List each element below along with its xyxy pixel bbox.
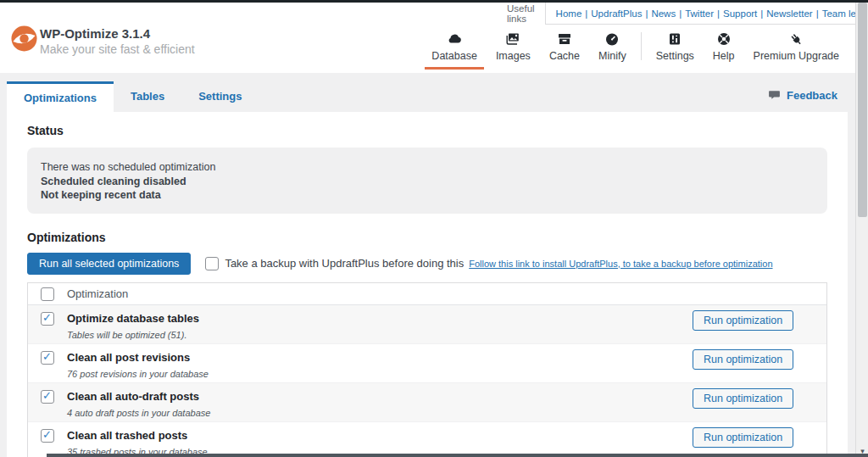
- table-header-row: Optimization: [28, 283, 826, 305]
- tab-optimizations[interactable]: Optimizations: [7, 81, 114, 112]
- plug-icon: [754, 31, 839, 47]
- optimization-note: 4 auto draft posts in your database: [67, 408, 693, 418]
- optimization-title: Clean all trashed posts: [67, 429, 693, 442]
- archive-icon: [549, 31, 580, 47]
- vertical-scrollbar[interactable]: ▾: [855, 0, 868, 457]
- link-separator: |: [760, 8, 763, 19]
- table-header-label: Optimization: [67, 287, 128, 300]
- tab-bar: OptimizationsTablesSettings Feedback: [7, 81, 848, 112]
- row-button-cell: Run optimization: [693, 305, 826, 343]
- nav-divider: [641, 32, 642, 60]
- useful-link-home[interactable]: Home: [556, 8, 582, 19]
- help-icon: [713, 31, 735, 47]
- status-line: Not keeping recent data: [41, 188, 814, 203]
- link-separator: |: [816, 8, 819, 19]
- optimizations-controls: Run all selected optimizations Take a ba…: [27, 253, 827, 274]
- window-top-edge: [0, 0, 868, 3]
- useful-link-news[interactable]: News: [651, 8, 676, 19]
- optimizations-heading: Optimizations: [27, 231, 827, 244]
- run-all-optimizations-button[interactable]: Run all selected optimizations: [27, 253, 191, 275]
- speech-bubble-icon: [767, 88, 782, 102]
- main-panel: Status There was no scheduled optimizati…: [7, 112, 848, 457]
- nav-item-cache[interactable]: Cache: [540, 31, 589, 62]
- run-optimization-button[interactable]: Run optimization: [693, 388, 793, 409]
- images-icon: [496, 31, 531, 47]
- useful-link-twitter[interactable]: Twitter: [685, 8, 714, 19]
- link-separator: |: [717, 8, 720, 19]
- useful-link-updraftplus[interactable]: UpdraftPlus: [591, 8, 642, 19]
- tab-tables[interactable]: Tables: [114, 81, 181, 112]
- feedback-link[interactable]: Feedback: [767, 88, 837, 102]
- plugin-tagline: Make your site fast & efficient: [40, 42, 195, 56]
- feedback-label: Feedback: [787, 89, 837, 102]
- wp-optimize-logo-icon: [11, 25, 37, 52]
- useful-links-label: Useful links: [507, 3, 545, 25]
- optimization-title: Clean all post revisions: [67, 351, 693, 364]
- optimization-title: Clean all auto-draft posts: [67, 390, 693, 403]
- run-optimization-button[interactable]: Run optimization: [693, 310, 793, 331]
- plugin-title: WP-Optimize 3.1.4: [40, 26, 150, 41]
- nav-item-label: Database: [431, 50, 477, 62]
- optimization-checkbox[interactable]: [41, 429, 54, 443]
- nav-item-label: Minify: [598, 50, 626, 62]
- install-updraftplus-link[interactable]: Follow this link to install UpdraftPlus,…: [469, 259, 772, 269]
- link-separator: |: [679, 8, 682, 19]
- horizontal-scrollbar-thumb[interactable]: [47, 454, 868, 457]
- status-heading: Status: [27, 124, 827, 137]
- row-checkbox-cell: [28, 383, 67, 421]
- optimization-checkbox[interactable]: [41, 351, 54, 365]
- plugin-header: WP-Optimize 3.1.4 Make your site fast & …: [0, 3, 855, 73]
- optimization-title: Optimize database tables: [67, 312, 693, 325]
- nav-item-label: Premium Upgrade: [754, 50, 839, 62]
- status-box: There was no scheduled optimizationSched…: [27, 148, 827, 214]
- header-label-cell: Optimization: [67, 287, 826, 300]
- row-content-cell: Clean all trashed posts35 trashed posts …: [67, 422, 693, 457]
- backup-label: Take a backup with UpdraftPlus before do…: [225, 257, 464, 270]
- backup-checkbox[interactable]: [205, 257, 219, 270]
- settings-icon: [656, 31, 694, 47]
- row-checkbox-cell: [28, 422, 67, 457]
- nav-item-help[interactable]: Help: [704, 31, 744, 62]
- nav-item-database[interactable]: Database: [422, 31, 487, 62]
- useful-link-support[interactable]: Support: [723, 8, 757, 19]
- row-button-cell: Run optimization: [693, 383, 826, 421]
- cloud-icon: [431, 31, 477, 47]
- nav-item-images[interactable]: Images: [487, 31, 540, 62]
- row-button-cell: Run optimization: [693, 422, 826, 457]
- tab-settings[interactable]: Settings: [181, 81, 259, 112]
- scrollbar-thumb[interactable]: [858, 3, 867, 217]
- optimization-checkbox[interactable]: [41, 390, 54, 404]
- run-optimization-button[interactable]: Run optimization: [693, 427, 793, 448]
- useful-link-newsletter[interactable]: Newsletter: [766, 8, 812, 19]
- optimization-note: 76 post revisions in your database: [67, 369, 693, 379]
- run-optimization-button[interactable]: Run optimization: [693, 349, 793, 370]
- row-content-cell: Clean all post revisions76 post revision…: [67, 344, 693, 382]
- link-separator: |: [645, 8, 648, 19]
- plugin-main-nav: DatabaseImagesCacheMinifySettingsHelpPre…: [422, 31, 849, 62]
- optimization-row: Clean all auto-draft posts4 auto draft p…: [28, 383, 826, 422]
- row-content-cell: Optimize database tablesTables will be o…: [67, 305, 693, 343]
- dashboard-icon: [598, 31, 626, 47]
- optimization-row: Clean all post revisions76 post revision…: [28, 344, 826, 383]
- nav-item-label: Help: [713, 50, 735, 62]
- optimization-checkbox[interactable]: [41, 312, 54, 326]
- nav-item-label: Settings: [656, 50, 694, 62]
- row-checkbox-cell: [28, 305, 67, 343]
- nav-item-minify[interactable]: Minify: [589, 31, 636, 62]
- nav-item-settings[interactable]: Settings: [647, 31, 704, 62]
- optimization-row: Clean all trashed posts35 trashed posts …: [28, 422, 826, 457]
- row-content-cell: Clean all auto-draft posts4 auto draft p…: [67, 383, 693, 421]
- optimization-row: Optimize database tablesTables will be o…: [28, 305, 826, 344]
- link-separator: |: [585, 8, 587, 19]
- nav-item-label: Cache: [549, 50, 580, 62]
- header-checkbox-cell: [28, 287, 67, 301]
- row-checkbox-cell: [28, 344, 67, 382]
- status-line: Scheduled cleaning disabled: [41, 175, 814, 189]
- nav-item-premium-upgrade[interactable]: Premium Upgrade: [744, 31, 849, 62]
- useful-links-bar: Useful links Home|UpdraftPlus|News|Twitt…: [507, 3, 868, 25]
- optimizations-table: Optimization Optimize database tablesTab…: [27, 282, 827, 457]
- useful-links-list: Home|UpdraftPlus|News|Twitter|Support|Ne…: [545, 3, 868, 25]
- select-all-checkbox[interactable]: [41, 287, 54, 301]
- optimization-note: Tables will be optimized (51).: [67, 330, 693, 340]
- tabs-container: OptimizationsTablesSettings: [7, 81, 259, 112]
